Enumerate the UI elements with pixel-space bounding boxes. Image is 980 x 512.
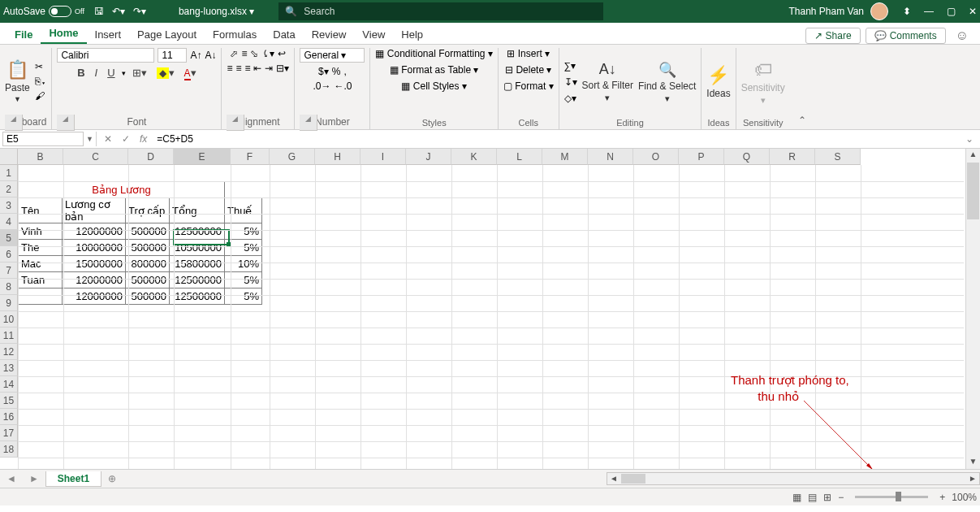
- row-header-15[interactable]: 15: [0, 393, 18, 409]
- table-cell[interactable]: 10000000: [63, 240, 126, 256]
- currency-icon[interactable]: $▾: [318, 66, 329, 77]
- row-header-12[interactable]: 12: [0, 344, 18, 360]
- col-header-C[interactable]: C: [63, 149, 128, 165]
- scroll-right-icon[interactable]: ►: [966, 473, 979, 484]
- align-left-icon[interactable]: ≡: [227, 63, 232, 74]
- decrease-decimal-icon[interactable]: ←.0: [334, 80, 352, 92]
- percent-icon[interactable]: %: [332, 66, 341, 77]
- delete-cells-button[interactable]: ⊟ Delete ▾: [505, 64, 551, 76]
- tab-file[interactable]: File: [6, 25, 41, 44]
- scroll-up-icon[interactable]: ▲: [966, 149, 980, 162]
- row-header-10[interactable]: 10: [0, 311, 18, 328]
- worksheet[interactable]: BCDEFGHIJKLMNOPQRS 123456789101112131415…: [0, 149, 980, 469]
- table-header[interactable]: Trợ cấp: [126, 198, 170, 223]
- align-right-icon[interactable]: ≡: [244, 63, 250, 74]
- table-cell[interactable]: 15800000: [170, 256, 225, 272]
- table-cell[interactable]: 12000000: [63, 223, 126, 240]
- tab-home[interactable]: Home: [41, 24, 86, 44]
- ideas-button[interactable]: ⚡Ideas: [706, 65, 730, 99]
- table-cell[interactable]: The: [19, 240, 63, 256]
- font-color-icon[interactable]: A▾: [181, 66, 200, 80]
- align-bottom-icon[interactable]: ⬂: [250, 48, 258, 59]
- scroll-down-icon[interactable]: ▼: [966, 456, 980, 469]
- fill-icon[interactable]: ↧▾: [564, 76, 577, 88]
- row-header-9[interactable]: 9: [0, 295, 18, 311]
- align-center-icon[interactable]: ≡: [235, 63, 241, 74]
- format-as-table-button[interactable]: ▦ Format as Table ▾: [390, 64, 479, 76]
- new-sheet-icon[interactable]: ⊕: [101, 473, 123, 484]
- row-header-16[interactable]: 16: [0, 409, 18, 425]
- table-cell[interactable]: 12500000: [170, 223, 225, 240]
- tab-formulas[interactable]: Formulas: [205, 25, 265, 44]
- data-table[interactable]: Bảng Lương TênLương cơ bảnTrợ cấpTổngThu…: [18, 181, 262, 305]
- sensitivity-button[interactable]: 🏷Sensitivity▾: [741, 59, 785, 106]
- col-header-G[interactable]: G: [270, 149, 315, 165]
- clear-icon[interactable]: ◇▾: [564, 93, 577, 104]
- comma-icon[interactable]: ,: [343, 66, 346, 77]
- tab-page-layout[interactable]: Page Layout: [129, 25, 205, 44]
- column-headers[interactable]: BCDEFGHIJKLMNOPQRS: [18, 149, 964, 165]
- formula-input[interactable]: [152, 133, 959, 145]
- table-cell[interactable]: 500000: [126, 272, 170, 289]
- tab-data[interactable]: Data: [265, 25, 303, 44]
- close-icon[interactable]: ✕: [969, 6, 977, 17]
- zoom-slider[interactable]: [855, 496, 928, 498]
- col-header-O[interactable]: O: [633, 149, 679, 165]
- cut-icon[interactable]: ✂: [35, 61, 46, 72]
- scroll-thumb[interactable]: [967, 163, 979, 219]
- table-cell[interactable]: 10500000: [170, 240, 225, 256]
- table-cell[interactable]: Vinh: [19, 223, 63, 240]
- h-scroll-thumb[interactable]: [621, 474, 645, 484]
- tab-review[interactable]: Review: [304, 25, 355, 44]
- cancel-formula-icon[interactable]: ✕: [99, 133, 117, 145]
- autosave-toggle-icon[interactable]: [49, 6, 71, 17]
- row-header-4[interactable]: 4: [0, 214, 18, 230]
- col-header-H[interactable]: H: [315, 149, 360, 165]
- col-header-F[interactable]: F: [231, 149, 270, 165]
- zoom-out-icon[interactable]: −: [838, 492, 844, 503]
- row-header-1[interactable]: 1: [0, 165, 18, 181]
- filename[interactable]: bang-luong.xlsx ▾: [179, 6, 254, 17]
- sort-filter-button[interactable]: A↓Sort & Filter▾: [582, 61, 633, 103]
- table-cell[interactable]: 800000: [126, 256, 170, 272]
- maximize-icon[interactable]: ▢: [947, 6, 956, 17]
- cell-styles-button[interactable]: ▦ Cell Styles ▾: [401, 80, 466, 92]
- copy-icon[interactable]: ⎘▾: [35, 76, 46, 87]
- save-icon[interactable]: 🖫: [94, 6, 104, 17]
- number-format-dropdown[interactable]: General ▾: [300, 48, 365, 63]
- sheet-nav-next-icon[interactable]: ►: [23, 473, 45, 484]
- comments-button[interactable]: 💬Comments: [866, 28, 946, 44]
- table-cell[interactable]: 500000: [126, 289, 170, 305]
- horizontal-scrollbar[interactable]: ◄ ►: [607, 472, 980, 485]
- wrap-text-icon[interactable]: ↩: [278, 48, 286, 59]
- sheet-nav-prev-icon[interactable]: ◄: [0, 473, 23, 484]
- table-header[interactable]: Lương cơ bản: [63, 198, 126, 223]
- paste-button[interactable]: 📋 Paste▼: [5, 59, 30, 103]
- ribbon-display-icon[interactable]: ⬍: [903, 6, 911, 17]
- row-header-13[interactable]: 13: [0, 360, 18, 376]
- col-header-R[interactable]: R: [770, 149, 815, 165]
- user-account[interactable]: Thanh Pham Van: [788, 2, 888, 20]
- tab-view[interactable]: View: [354, 25, 393, 44]
- row-header-14[interactable]: 14: [0, 376, 18, 393]
- row-header-11[interactable]: 11: [0, 328, 18, 344]
- zoom-in-icon[interactable]: +: [939, 492, 945, 503]
- format-painter-icon[interactable]: 🖌: [35, 90, 46, 102]
- row-header-8[interactable]: 8: [0, 279, 18, 295]
- conditional-formatting-button[interactable]: ▦ Conditional Formatting ▾: [375, 48, 492, 59]
- col-header-E[interactable]: E: [174, 149, 231, 165]
- row-header-3[interactable]: 3: [0, 197, 18, 214]
- align-top-icon[interactable]: ⬀: [230, 48, 238, 59]
- col-header-I[interactable]: I: [360, 149, 406, 165]
- col-header-D[interactable]: D: [128, 149, 174, 165]
- col-header-S[interactable]: S: [815, 149, 861, 165]
- table-cell[interactable]: Mac: [19, 256, 63, 272]
- border-icon[interactable]: ⊞▾: [129, 66, 150, 80]
- col-header-M[interactable]: M: [542, 149, 588, 165]
- vertical-scrollbar[interactable]: ▲ ▼: [965, 149, 980, 469]
- table-cell[interactable]: Tuan: [19, 272, 63, 289]
- font-name-input[interactable]: [57, 48, 154, 63]
- col-header-P[interactable]: P: [679, 149, 724, 165]
- table-header[interactable]: Tổng: [170, 198, 225, 223]
- row-header-6[interactable]: 6: [0, 246, 18, 263]
